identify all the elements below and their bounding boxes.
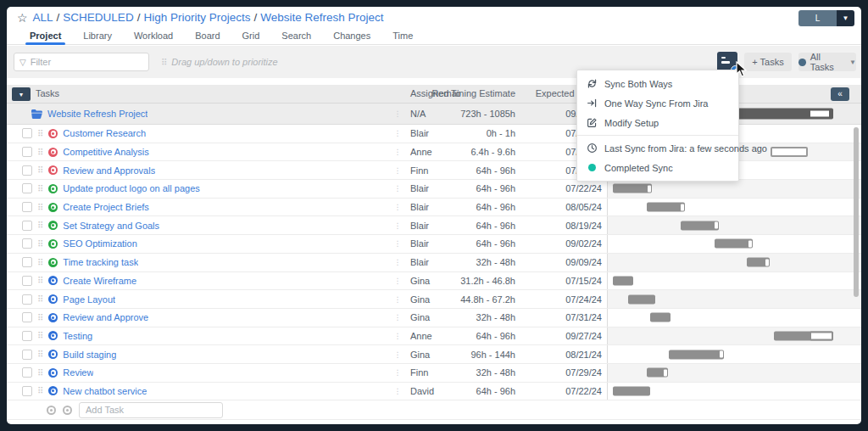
drag-handle-icon[interactable]: ⠿	[37, 350, 43, 359]
column-resize-handle-icon[interactable]: ⋮	[392, 254, 403, 271]
account-button[interactable]: L ▼	[798, 10, 854, 26]
column-resize-handle-icon[interactable]: ⋮	[392, 327, 403, 345]
task-row[interactable]: ⠿Set Strategy and Goals⋮Blair64h - 96h08…	[7, 216, 861, 235]
task-name-link[interactable]: Review and Approve	[63, 312, 148, 322]
task-checkbox[interactable]	[22, 367, 32, 378]
column-resize-handle-icon[interactable]: ⋮	[392, 383, 403, 400]
task-checkbox[interactable]	[22, 147, 32, 157]
task-checkbox[interactable]	[22, 202, 32, 212]
column-resize-handle-icon[interactable]: ⋮	[392, 180, 403, 198]
task-row[interactable]: ⠿Testing⋮Anne64h - 96h09/27/24	[7, 327, 861, 346]
menu-item-last-sync-from-jira-a-few-seco[interactable]: Last Sync from Jira: a few seconds ago	[577, 138, 738, 158]
drag-handle-icon[interactable]: ⠿	[37, 294, 43, 304]
drag-handle-icon[interactable]: ⠿	[37, 368, 43, 378]
column-resize-handle-icon[interactable]: ⋮	[392, 272, 403, 290]
drag-handle-icon[interactable]: ⠿	[37, 165, 43, 175]
column-resize-handle-icon[interactable]: ⋮	[392, 216, 403, 234]
column-resize-handle-icon[interactable]: ⋮	[392, 143, 403, 161]
task-name-link[interactable]: Create Project Briefs	[63, 202, 148, 212]
column-resize-handle-icon[interactable]: ⋮	[392, 104, 403, 124]
breadcrumb-segment[interactable]: SCHEDULED	[63, 11, 133, 24]
drag-handle-icon[interactable]: ⠿	[37, 148, 43, 157]
column-resize-handle-icon[interactable]: ⋮	[392, 161, 403, 179]
task-name-link[interactable]: Review and Approvals	[63, 165, 155, 176]
task-name-link[interactable]: SEO Optimization	[63, 238, 136, 249]
task-row[interactable]: ⠿Review⋮Finn32h - 48h07/29/24	[7, 364, 861, 383]
filter-input[interactable]	[31, 57, 132, 67]
collapse-panel-button[interactable]: «	[831, 87, 849, 101]
drag-handle-icon[interactable]: ⠿	[37, 386, 43, 395]
task-checkbox[interactable]	[22, 276, 32, 286]
task-checkbox[interactable]	[22, 165, 32, 176]
drag-handle-icon[interactable]: ⠿	[37, 203, 43, 212]
column-resize-handle-icon[interactable]: ⋮	[392, 290, 403, 308]
caret-down-icon[interactable]: ▼	[837, 10, 854, 26]
drag-handle-icon[interactable]: ⠿	[37, 331, 43, 340]
tab-workload[interactable]: Workload	[123, 27, 184, 45]
column-resize-handle-icon[interactable]: ⋮	[392, 125, 403, 143]
task-checkbox[interactable]	[22, 128, 32, 138]
task-name-link[interactable]: Update product logo on all pages	[63, 183, 199, 193]
task-checkbox[interactable]	[22, 294, 32, 305]
task-row[interactable]: ⠿Review and Approve⋮Gina32h - 48h07/31/2…	[7, 309, 861, 327]
column-resize-handle-icon[interactable]: ⋮	[392, 235, 403, 253]
task-checkbox[interactable]	[22, 257, 32, 267]
column-resize-handle-icon[interactable]: ⋮	[392, 345, 403, 363]
task-row[interactable]: ⠿Create Wireframe⋮Gina31.2h - 46.8h07/15…	[7, 272, 861, 291]
task-name-link[interactable]: Build staging	[63, 350, 116, 360]
menu-item-modify-setup[interactable]: Modify Setup	[577, 113, 738, 132]
tab-library[interactable]: Library	[72, 27, 123, 45]
add-task-input[interactable]	[79, 402, 223, 418]
task-checkbox[interactable]	[22, 238, 32, 249]
task-checkbox[interactable]	[22, 183, 32, 193]
drag-handle-icon[interactable]: ⠿	[37, 184, 43, 193]
drag-handle-icon[interactable]: ⠿	[37, 258, 43, 267]
add-tasks-button[interactable]: + Tasks	[744, 53, 792, 71]
filter-box[interactable]: ▽	[14, 53, 149, 71]
gantt-bar[interactable]	[669, 350, 724, 359]
tab-search[interactable]: Search	[270, 27, 322, 45]
tab-changes[interactable]: Changes	[322, 27, 381, 45]
column-resize-handle-icon[interactable]: ⋮	[392, 309, 403, 327]
breadcrumb-segment[interactable]: ALL	[33, 11, 53, 24]
drag-handle-icon[interactable]: ⠿	[37, 313, 43, 322]
task-row[interactable]: ⠿Update product logo on all pages⋮Blair6…	[7, 180, 861, 199]
task-name-link[interactable]: Page Layout	[63, 294, 115, 305]
task-name-link[interactable]: Testing	[63, 331, 92, 341]
all-tasks-filter-dropdown[interactable]: All Tasks ▼	[798, 53, 856, 71]
task-name-link[interactable]: Time tracking task	[63, 257, 138, 267]
gantt-bar[interactable]	[613, 276, 633, 285]
task-row[interactable]: ⠿Create Project Briefs⋮Blair64h - 96h08/…	[7, 199, 861, 217]
breadcrumb-segment[interactable]: High Priority Projects	[143, 11, 250, 24]
task-checkbox[interactable]	[22, 331, 32, 341]
tab-time[interactable]: Time	[381, 27, 424, 45]
drag-handle-icon[interactable]: ⠿	[37, 221, 43, 230]
gantt-bar[interactable]	[628, 294, 655, 304]
drag-handle-icon[interactable]: ⠿	[37, 129, 43, 138]
gantt-bar[interactable]	[771, 147, 808, 157]
task-name-link[interactable]: Set Strategy and Goals	[63, 221, 159, 231]
menu-item-one-way-sync-from-jira[interactable]: One Way Sync From Jira	[577, 93, 738, 113]
gantt-bar[interactable]	[774, 331, 833, 340]
drag-handle-icon[interactable]: ⠿	[37, 239, 43, 249]
gantt-bar[interactable]	[650, 313, 670, 322]
breadcrumb-segment[interactable]: Website Refresh Project	[260, 11, 383, 24]
gantt-bar[interactable]	[647, 368, 668, 378]
task-name-link[interactable]: Create Wireframe	[63, 276, 136, 286]
star-icon[interactable]: ☆	[17, 12, 28, 24]
task-checkbox[interactable]	[22, 386, 32, 396]
tab-project[interactable]: Project	[19, 27, 72, 45]
tab-board[interactable]: Board	[184, 27, 231, 45]
task-name-link[interactable]: Review	[63, 367, 93, 378]
task-name-link[interactable]: Customer Research	[63, 128, 146, 138]
gantt-bar[interactable]	[681, 221, 719, 230]
task-checkbox[interactable]	[22, 312, 32, 322]
menu-item-sync-both-ways[interactable]: Sync Both Ways	[577, 74, 738, 93]
account-initial[interactable]: L	[798, 10, 837, 26]
column-resize-handle-icon[interactable]: ⋮	[392, 199, 403, 216]
task-row[interactable]: ⠿New chatbot service⋮David64h - 96h07/22…	[7, 383, 861, 401]
task-name-link[interactable]: New chatbot service	[63, 386, 147, 396]
task-checkbox[interactable]	[22, 350, 32, 360]
task-name-link[interactable]: Competitive Analysis	[63, 147, 149, 157]
tab-grid[interactable]: Grid	[231, 27, 271, 45]
